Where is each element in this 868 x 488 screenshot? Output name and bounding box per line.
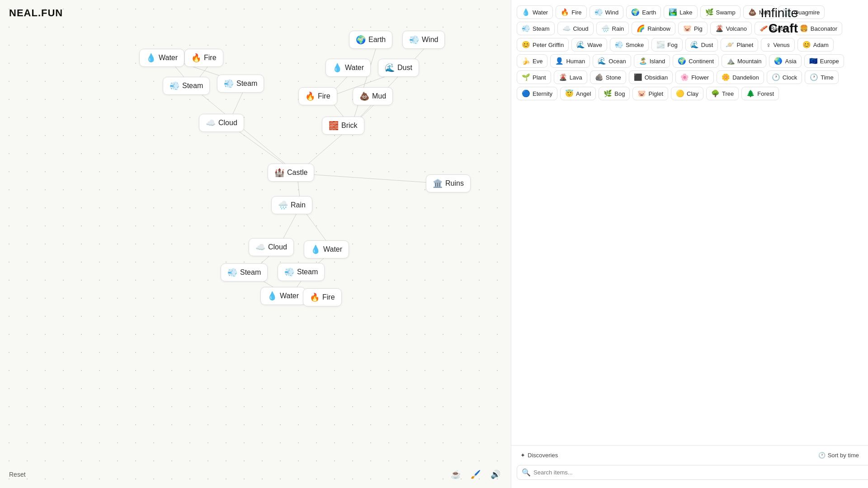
sidebar-item-pig[interactable]: 🐷Pig <box>678 22 708 35</box>
sidebar-item-smoke[interactable]: 💨Smoke <box>610 38 649 52</box>
sidebar-emoji: ⛰️ <box>726 57 735 65</box>
sidebar-item-rain[interactable]: 🌧️Rain <box>596 22 629 35</box>
sidebar-item-time[interactable]: 🕐Time <box>805 70 838 84</box>
sidebar-emoji: 💨 <box>615 41 623 49</box>
sidebar-item-wind[interactable]: 💨Wind <box>590 5 624 19</box>
craft-item-steam[interactable]: 💨Steam <box>278 263 325 281</box>
sidebar-item-tree[interactable]: 🌳Tree <box>706 87 739 100</box>
sidebar-item-fire[interactable]: 🔥Fire <box>556 5 586 19</box>
sidebar-item-label: Clock <box>783 74 797 81</box>
craft-item-brick[interactable]: 🧱Brick <box>322 117 364 135</box>
canvas-area[interactable]: NEAL.FUN 💧Water🔥Fire💨Steam💨Steam☁️Cloud🌍… <box>0 0 511 488</box>
craft-item-cloud[interactable]: ☁️Cloud <box>249 238 294 256</box>
craft-emoji: 💨 <box>227 267 237 277</box>
craft-emoji: 🔥 <box>305 91 315 101</box>
sidebar-item-water[interactable]: 💧Water <box>517 5 553 19</box>
discoveries-button[interactable]: ✦ Discoveries <box>517 450 561 460</box>
sidebar-item-plant[interactable]: 🌱Plant <box>517 70 551 84</box>
sidebar-item-label: Asia <box>785 58 796 65</box>
sidebar-item-dandelion[interactable]: 🌼Dandelion <box>717 70 764 84</box>
sidebar-emoji: 😇 <box>565 89 574 98</box>
craft-item-cloud[interactable]: ☁️Cloud <box>199 114 244 132</box>
sidebar-item-peter-griffin[interactable]: 😊Peter Griffin <box>517 38 569 52</box>
sidebar-item-baconator[interactable]: 🍔Baconator <box>795 22 842 35</box>
sidebar-item-label: Rain <box>612 25 624 32</box>
sidebar-item-stone[interactable]: 🪨Stone <box>590 70 626 84</box>
sidebar-item-human[interactable]: 👤Human <box>550 54 590 68</box>
sidebar-emoji: 🌼 <box>722 73 730 81</box>
craft-item-mud[interactable]: 💩Mud <box>353 87 393 105</box>
sidebar-item-angel[interactable]: 😇Angel <box>560 87 596 100</box>
craft-item-steam[interactable]: 💨Steam <box>163 77 210 95</box>
connection-line <box>351 41 432 127</box>
craft-label: Cloud <box>268 243 287 251</box>
sidebar-item-bog[interactable]: 🌿Bog <box>599 87 630 100</box>
craft-label: Wind <box>422 36 438 44</box>
sidebar-item-label: Adam <box>813 42 829 48</box>
sidebar-item-label: Eve <box>533 58 542 65</box>
sidebar-item-clay[interactable]: 🟡Clay <box>671 87 703 100</box>
sidebar-item-swamp[interactable]: 🌿Swamp <box>700 5 741 19</box>
craft-item-fire[interactable]: 🔥Fire <box>184 49 223 67</box>
craft-item-steam[interactable]: 💨Steam <box>217 75 264 93</box>
sidebar-emoji: 🌿 <box>705 8 714 16</box>
sidebar-item-forest[interactable]: 🌲Forest <box>741 87 779 100</box>
sidebar-item-piglet[interactable]: 🐷Piglet <box>632 87 668 100</box>
craft-item-ruins[interactable]: 🏛️Ruins <box>426 174 471 192</box>
sidebar-item-mountain[interactable]: ⛰️Mountain <box>722 54 766 68</box>
sidebar-item-island[interactable]: 🏝️Island <box>634 54 670 68</box>
sidebar-item-eve[interactable]: 🍌Eve <box>517 54 547 68</box>
reset-button[interactable]: Reset <box>9 471 26 478</box>
sidebar-item-fog[interactable]: 🌫️Fog <box>651 38 682 52</box>
craft-item-water[interactable]: 💧Water <box>139 49 184 67</box>
sidebar-item-wave[interactable]: 🌊Wave <box>571 38 607 52</box>
sidebar-item-steam[interactable]: 💨Steam <box>517 22 555 35</box>
craft-item-water[interactable]: 💧Water <box>304 240 349 258</box>
sidebar-emoji: 🕐 <box>810 73 818 81</box>
craft-item-castle[interactable]: 🏰Castle <box>268 164 314 182</box>
sidebar-item-volcano[interactable]: 🌋Volcano <box>710 22 752 35</box>
sidebar-item-dust[interactable]: 🌊Dust <box>685 38 718 52</box>
craft-item-wind[interactable]: 💨Wind <box>402 31 445 49</box>
sidebar-item-asia[interactable]: 🌏Asia <box>769 54 801 68</box>
craft-item-rain[interactable]: 🌧️Rain <box>271 196 312 214</box>
craft-item-steam[interactable]: 💨Steam <box>221 263 268 282</box>
coffee-icon[interactable]: ☕ <box>449 468 462 481</box>
sidebar-item-continent[interactable]: 🌍Continent <box>673 54 719 68</box>
sound-icon[interactable]: 🔊 <box>489 468 502 481</box>
sidebar-item-label: Piglet <box>648 90 663 97</box>
sidebar-item-flower[interactable]: 🌸Flower <box>675 70 714 84</box>
sidebar-item-earth[interactable]: 🌍Earth <box>626 5 661 19</box>
craft-item-earth[interactable]: 🌍Earth <box>349 31 392 49</box>
sidebar-item-adam[interactable]: 😊Adam <box>797 38 834 52</box>
craft-emoji: ☁️ <box>255 242 265 252</box>
sort-button[interactable]: 🕐 Sort by time <box>815 450 863 460</box>
brush-icon[interactable]: 🖌️ <box>469 468 482 481</box>
sidebar-item-lake[interactable]: 🏞️Lake <box>664 5 697 19</box>
craft-label: Brick <box>341 122 358 130</box>
sidebar-item-ocean[interactable]: 🌊Ocean <box>593 54 631 68</box>
search-input[interactable] <box>533 469 868 476</box>
sidebar-item-obsidian[interactable]: ⬛Obsidian <box>629 70 673 84</box>
sidebar-emoji: 🌫️ <box>656 41 665 49</box>
craft-item-fire[interactable]: 🔥Fire <box>303 288 342 306</box>
discoveries-icon: ✦ <box>520 452 525 459</box>
craft-item-water[interactable]: 💧Water <box>326 59 371 77</box>
sidebar-item-lava[interactable]: 🌋Lava <box>554 70 587 84</box>
sidebar-item-cloud[interactable]: ☁️Cloud <box>557 22 594 35</box>
sidebar-item-venus[interactable]: ♀️Venus <box>761 38 794 52</box>
craft-emoji: 🧱 <box>329 121 339 131</box>
craft-emoji: 💧 <box>146 53 156 63</box>
sidebar-item-rainbow[interactable]: 🌈Rainbow <box>632 22 675 35</box>
craft-item-dust[interactable]: 🌊Dust <box>378 59 419 77</box>
sidebar-item-planet[interactable]: 🪐Planet <box>721 38 758 52</box>
sidebar-item-eternity[interactable]: 🔵Eternity <box>517 87 557 100</box>
sidebar-item-label: Wave <box>587 42 602 48</box>
sidebar-item-europe[interactable]: 🇪🇺Europe <box>804 54 844 68</box>
sidebar-item-clock[interactable]: 🕐Clock <box>767 70 802 84</box>
craft-item-fire[interactable]: 🔥Fire <box>298 87 337 105</box>
sidebar-item-label: Stone <box>606 74 621 81</box>
craft-label: Fire <box>322 293 335 301</box>
craft-item-water[interactable]: 💧Water <box>260 287 306 305</box>
craft-emoji: 💨 <box>409 35 419 45</box>
